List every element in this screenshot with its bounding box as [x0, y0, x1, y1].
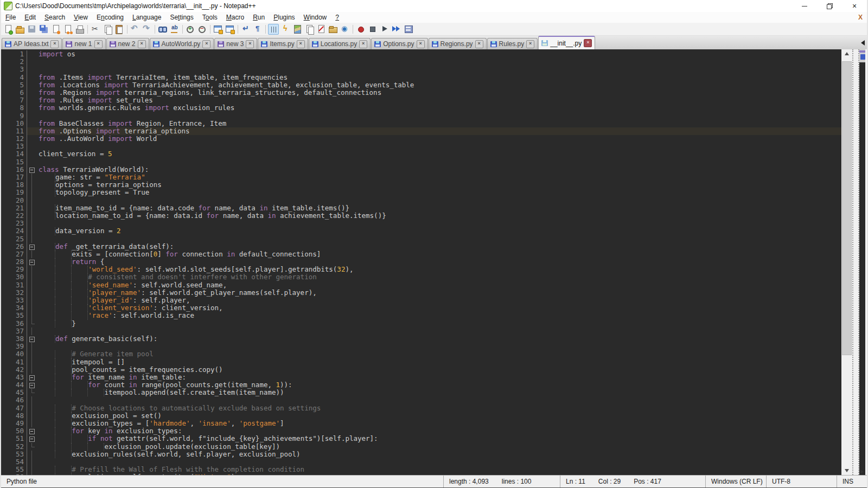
- code-line[interactable]: 53exclusion_rules(self.world, self.playe…: [1, 451, 841, 458]
- paste-icon[interactable]: [114, 24, 125, 35]
- code-line[interactable]: 17game: str = "Terraria": [1, 174, 841, 181]
- code-editor[interactable]: 1import os234from .Items import Terraria…: [1, 49, 841, 475]
- code-line[interactable]: 47# Choose locations to automatically ex…: [1, 404, 841, 412]
- record-macro-icon[interactable]: [355, 24, 366, 35]
- fold-toggle-icon[interactable]: [27, 335, 36, 343]
- code-line[interactable]: 22location_name_to_id = {name: data.id f…: [1, 212, 841, 220]
- menu-edit[interactable]: Edit: [20, 12, 40, 22]
- close-all-icon[interactable]: [62, 24, 73, 35]
- code-line[interactable]: 55# Prefill the Wall of Flesh with the c…: [1, 466, 841, 473]
- code-line[interactable]: 40# Generate item pool: [1, 350, 841, 358]
- fold-toggle-icon[interactable]: [27, 258, 36, 266]
- code-line[interactable]: 45itempool.append(self.create_item(item_…: [1, 389, 841, 396]
- restore-button[interactable]: [817, 0, 842, 12]
- code-line[interactable]: 27exits = [connection[0] for connection …: [1, 251, 841, 258]
- minimize-button[interactable]: [792, 0, 817, 12]
- sync-vertical-icon[interactable]: [213, 24, 224, 35]
- tab-close-icon[interactable]: ×: [475, 40, 483, 48]
- document-switcher-icon[interactable]: [304, 24, 315, 35]
- status-eol-format[interactable]: Windows (CR LF): [705, 476, 766, 487]
- menu-encoding[interactable]: Encoding: [92, 12, 128, 22]
- code-line[interactable]: 36}: [1, 320, 841, 328]
- code-line[interactable]: 21item_name_to_id = {name: data.code for…: [1, 204, 841, 212]
- tab--init-py[interactable]: __init__.py×: [538, 36, 595, 49]
- tab-new-3[interactable]: new 3×: [214, 38, 257, 49]
- new-file-icon[interactable]: [3, 24, 14, 35]
- tab-close-icon[interactable]: ×: [584, 39, 592, 47]
- menu-macro[interactable]: Macro: [222, 12, 248, 22]
- fold-toggle-icon[interactable]: [27, 435, 36, 442]
- undo-icon[interactable]: [130, 24, 141, 35]
- code-line[interactable]: 33'player_id': self.player,: [1, 297, 841, 304]
- scroll-up-arrow[interactable]: [841, 49, 852, 58]
- code-line[interactable]: 9: [1, 112, 841, 120]
- menu-plugins[interactable]: Plugins: [269, 12, 299, 22]
- code-line[interactable]: 2: [1, 58, 841, 66]
- tab-regions-py[interactable]: Regions.py×: [429, 38, 487, 49]
- menu-run[interactable]: Run: [248, 12, 269, 22]
- code-line[interactable]: 50for key in exclusion_types:: [1, 427, 841, 435]
- menu-file[interactable]: File: [1, 12, 20, 22]
- code-line[interactable]: 14client_version = 5: [1, 150, 841, 158]
- show-indent-guide-icon[interactable]: [268, 24, 279, 35]
- sync-horizontal-icon[interactable]: [225, 24, 235, 35]
- code-line[interactable]: 41itempool = []: [1, 358, 841, 366]
- tab-close-icon[interactable]: ×: [94, 40, 103, 48]
- pane-splitter[interactable]: [852, 49, 859, 475]
- scrollbar-thumb[interactable]: [842, 61, 852, 355]
- menu-settings[interactable]: Settings: [165, 12, 197, 22]
- vertical-scrollbar[interactable]: [841, 49, 852, 475]
- tab-items-py[interactable]: Items.py×: [258, 38, 308, 49]
- code-line[interactable]: 51if not getattr(self.world, f"include_{…: [1, 435, 841, 442]
- find-icon[interactable]: [157, 24, 168, 35]
- code-line[interactable]: 7from .Rules import set_rules: [1, 97, 841, 104]
- code-line[interactable]: 13: [1, 143, 841, 150]
- fold-toggle-icon[interactable]: [27, 381, 36, 389]
- menu-tools[interactable]: Tools: [198, 12, 222, 22]
- tab-close-icon[interactable]: ×: [202, 40, 210, 48]
- tab-close-icon[interactable]: ×: [50, 40, 59, 48]
- tab-scroll-left-icon[interactable]: [861, 40, 865, 46]
- tab-close-icon[interactable]: ×: [359, 40, 367, 48]
- menu-window[interactable]: Window: [299, 12, 331, 22]
- code-line[interactable]: 38def generate_basic(self):: [1, 335, 841, 343]
- code-line[interactable]: 52exclusion_pool.update(exclusion_table[…: [1, 443, 841, 451]
- tab-locations-py[interactable]: Locations.py×: [309, 38, 371, 49]
- tab-close-icon[interactable]: ×: [297, 40, 305, 48]
- code-line[interactable]: 29'world_seed': self.world.slot_seeds[se…: [1, 266, 841, 273]
- tab-close-icon[interactable]: ×: [526, 40, 534, 48]
- code-line[interactable]: 56completion = self.create_item("Victory…: [1, 473, 841, 475]
- redo-icon[interactable]: [142, 24, 152, 35]
- replace-icon[interactable]: [169, 24, 180, 35]
- menu-help[interactable]: ?: [331, 12, 343, 22]
- code-line[interactable]: 35'race': self.world.is_race: [1, 312, 841, 319]
- status-insert-mode[interactable]: INS: [837, 476, 867, 487]
- stop-recording-icon[interactable]: [367, 24, 378, 35]
- fold-toggle-icon[interactable]: [27, 166, 36, 174]
- save-all-icon[interactable]: [39, 24, 49, 35]
- fold-toggle-icon[interactable]: [27, 427, 36, 435]
- fold-toggle-icon[interactable]: [27, 374, 36, 381]
- code-line[interactable]: 20: [1, 197, 841, 204]
- code-line[interactable]: 37: [1, 328, 841, 335]
- playback-icon[interactable]: [379, 24, 390, 35]
- copy-icon[interactable]: [102, 24, 113, 35]
- open-icon[interactable]: [15, 24, 25, 35]
- function-list-icon[interactable]: [280, 24, 291, 35]
- code-line[interactable]: 4from .Items import TerrariaItem, item_t…: [1, 74, 841, 81]
- tab-options-py[interactable]: Options.py×: [371, 38, 427, 49]
- menu-search[interactable]: Search: [40, 12, 69, 22]
- tab-close-icon[interactable]: ×: [246, 40, 254, 48]
- print-icon[interactable]: [74, 24, 85, 35]
- menu-language[interactable]: Language: [128, 12, 165, 22]
- code-line[interactable]: 1import os: [1, 50, 841, 58]
- code-line[interactable]: 30# consistent and doesn't interfere wit…: [1, 273, 841, 281]
- code-line[interactable]: 28return {: [1, 258, 841, 266]
- preview-icon[interactable]: [340, 24, 350, 35]
- code-line[interactable]: 42pool_counts = item_frequencies.copy(): [1, 366, 841, 374]
- code-line[interactable]: 31'seed_name': self.world.seed_name,: [1, 281, 841, 289]
- code-line[interactable]: 11from .Options import terraria_options: [1, 127, 841, 135]
- scroll-down-arrow[interactable]: [841, 466, 852, 475]
- tab-new-1[interactable]: new 1×: [62, 38, 105, 49]
- save-macro-icon[interactable]: [403, 24, 414, 35]
